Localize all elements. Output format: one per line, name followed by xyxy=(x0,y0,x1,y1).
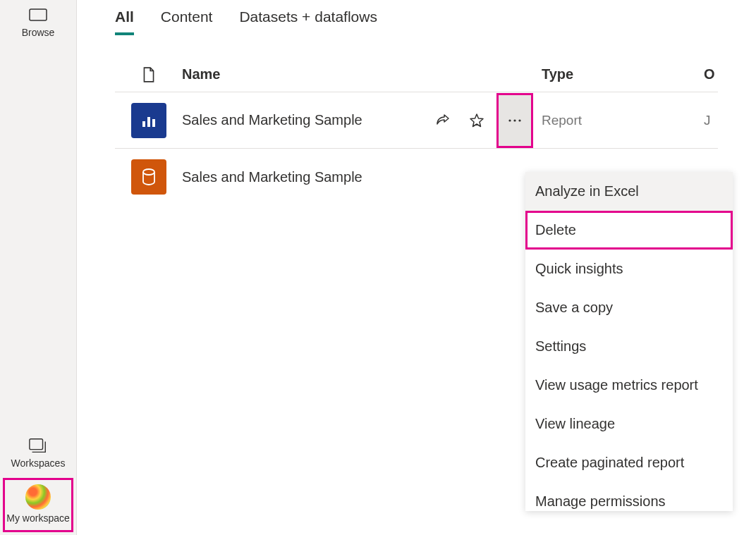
svg-rect-2 xyxy=(142,121,145,127)
col-icon-header xyxy=(115,66,182,83)
svg-rect-3 xyxy=(147,117,150,127)
browse-label: Browse xyxy=(22,27,55,39)
row-name[interactable]: Sales and Marketing Sample xyxy=(182,112,415,128)
sidebar-bottom: Workspaces My workspace xyxy=(0,431,76,535)
row-owner: J xyxy=(704,113,718,128)
workspaces-icon xyxy=(28,436,48,456)
favorite-button[interactable] xyxy=(463,106,491,135)
col-name-header[interactable]: Name xyxy=(182,66,415,82)
star-icon xyxy=(469,113,484,128)
sidebar: Browse Workspaces My workspace xyxy=(0,0,77,535)
tab-content[interactable]: Content xyxy=(161,8,213,35)
sidebar-item-my-workspace[interactable]: My workspace xyxy=(3,478,73,532)
sidebar-item-workspaces[interactable]: Workspaces xyxy=(0,431,76,475)
context-menu: Analyze in Excel Delete Quick insights S… xyxy=(525,172,733,511)
table-row[interactable]: Sales and Marketing Sample xyxy=(115,92,718,149)
tabs: All Content Datasets + dataflows xyxy=(77,0,756,36)
svg-point-8 xyxy=(143,169,154,175)
svg-rect-0 xyxy=(30,9,47,20)
report-type-icon xyxy=(131,103,166,138)
menu-item-manage-permissions[interactable]: Manage permissions xyxy=(525,482,733,511)
menu-item-create-paginated-report[interactable]: Create paginated report xyxy=(525,443,733,482)
browse-icon xyxy=(28,6,48,25)
share-icon xyxy=(435,113,451,128)
avatar xyxy=(25,484,51,510)
menu-item-delete[interactable]: Delete xyxy=(525,211,733,250)
svg-point-7 xyxy=(518,119,520,121)
my-workspace-label: My workspace xyxy=(6,512,70,524)
svg-point-5 xyxy=(508,119,511,121)
row-actions xyxy=(415,93,542,148)
row-type: Report xyxy=(542,113,704,128)
dataset-type-icon xyxy=(131,159,166,195)
svg-rect-4 xyxy=(152,119,155,127)
col-owner-header[interactable]: O xyxy=(704,66,718,82)
ellipsis-icon xyxy=(508,118,522,123)
file-icon xyxy=(142,66,156,83)
workspaces-label: Workspaces xyxy=(11,457,66,469)
menu-item-analyze-excel[interactable]: Analyze in Excel xyxy=(525,172,733,211)
table-header-row: Name Type O xyxy=(115,36,718,92)
svg-point-6 xyxy=(513,119,516,121)
menu-item-quick-insights[interactable]: Quick insights xyxy=(525,250,733,288)
row-icon-cell xyxy=(115,159,182,195)
tab-all[interactable]: All xyxy=(115,8,134,35)
share-button[interactable] xyxy=(429,106,457,135)
svg-rect-1 xyxy=(30,439,43,450)
tab-datasets-dataflows[interactable]: Datasets + dataflows xyxy=(239,8,377,35)
menu-item-view-usage-metrics[interactable]: View usage metrics report xyxy=(525,366,733,405)
sidebar-item-browse[interactable]: Browse xyxy=(0,0,76,44)
row-name[interactable]: Sales and Marketing Sample xyxy=(182,169,415,185)
more-options-button[interactable] xyxy=(496,93,533,148)
col-type-header[interactable]: Type xyxy=(542,66,704,82)
row-icon-cell xyxy=(115,103,182,138)
menu-item-save-copy[interactable]: Save a copy xyxy=(525,288,733,327)
menu-item-settings[interactable]: Settings xyxy=(525,327,733,366)
menu-item-view-lineage[interactable]: View lineage xyxy=(525,405,733,443)
